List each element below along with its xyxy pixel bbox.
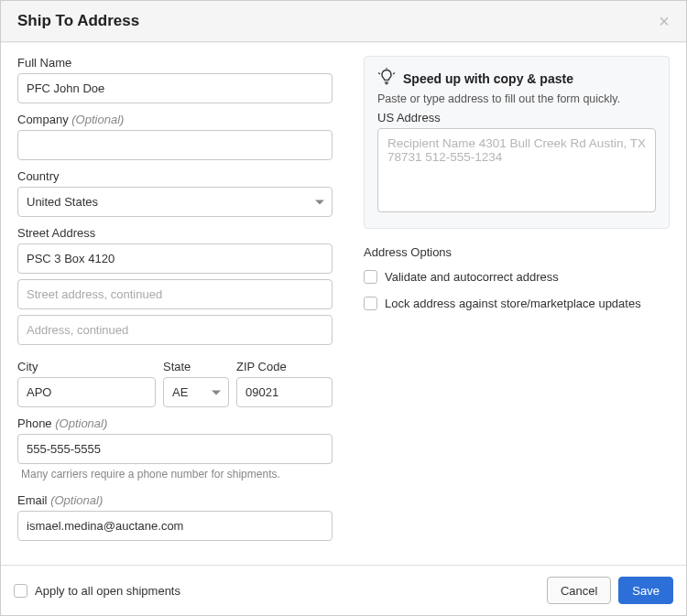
save-button[interactable]: Save bbox=[618, 577, 673, 604]
country-label: Country bbox=[17, 169, 333, 183]
street3-input[interactable] bbox=[17, 315, 333, 345]
email-label: Email (Optional) bbox=[17, 493, 333, 507]
close-icon[interactable]: × bbox=[659, 12, 670, 30]
lightbulb-icon bbox=[377, 68, 396, 89]
apply-all-label: Apply to all open shipments bbox=[35, 584, 180, 598]
paste-label: US Address bbox=[377, 111, 656, 124]
street-label: Street Address bbox=[17, 226, 333, 240]
ship-to-address-modal: Ship To Address × Full Name Company (Opt… bbox=[1, 1, 686, 615]
company-label: Company (Optional) bbox=[17, 113, 333, 126]
street2-input[interactable] bbox=[17, 279, 333, 309]
paste-address-textarea[interactable] bbox=[377, 128, 656, 212]
paste-title: Speed up with copy & paste bbox=[403, 71, 573, 86]
city-input[interactable] bbox=[17, 377, 156, 407]
state-label: State bbox=[163, 360, 229, 373]
country-select[interactable] bbox=[17, 187, 333, 217]
lock-checkbox[interactable] bbox=[364, 297, 377, 310]
paste-subtitle: Paste or type address to fill out the fo… bbox=[377, 92, 656, 105]
city-label: City bbox=[17, 360, 156, 373]
modal-title: Ship To Address bbox=[17, 12, 139, 30]
address-options-title: Address Options bbox=[364, 245, 670, 259]
lock-label: Lock address against store/marketplace u… bbox=[385, 297, 641, 310]
lock-checkbox-row[interactable]: Lock address against store/marketplace u… bbox=[364, 297, 670, 310]
email-input[interactable] bbox=[17, 511, 333, 541]
phone-label: Phone (Optional) bbox=[17, 416, 333, 430]
modal-footer: Apply to all open shipments Cancel Save bbox=[1, 565, 686, 615]
phone-helper-text: Many carriers require a phone number for… bbox=[17, 468, 333, 481]
copy-paste-box: Speed up with copy & paste Paste or type… bbox=[364, 56, 670, 229]
phone-input[interactable] bbox=[17, 434, 333, 464]
zip-input[interactable] bbox=[236, 377, 333, 407]
svg-line-3 bbox=[394, 73, 395, 74]
street1-input[interactable] bbox=[17, 243, 333, 274]
validate-checkbox-row[interactable]: Validate and autocorrect address bbox=[364, 270, 670, 284]
right-panel: Speed up with copy & paste Paste or type… bbox=[364, 56, 670, 557]
full-name-label: Full Name bbox=[17, 56, 333, 70]
modal-body: Full Name Company (Optional) Country Str… bbox=[1, 42, 686, 565]
state-select[interactable] bbox=[163, 377, 229, 407]
apply-all-row[interactable]: Apply to all open shipments bbox=[14, 584, 180, 598]
cancel-button[interactable]: Cancel bbox=[547, 577, 611, 604]
modal-header: Ship To Address × bbox=[1, 1, 686, 42]
full-name-input[interactable] bbox=[17, 73, 333, 103]
validate-label: Validate and autocorrect address bbox=[385, 270, 559, 284]
company-input[interactable] bbox=[17, 130, 333, 160]
svg-line-2 bbox=[379, 73, 380, 74]
zip-label: ZIP Code bbox=[236, 360, 333, 373]
validate-checkbox[interactable] bbox=[364, 270, 377, 284]
address-form: Full Name Company (Optional) Country Str… bbox=[17, 56, 333, 557]
apply-all-checkbox[interactable] bbox=[14, 584, 27, 598]
